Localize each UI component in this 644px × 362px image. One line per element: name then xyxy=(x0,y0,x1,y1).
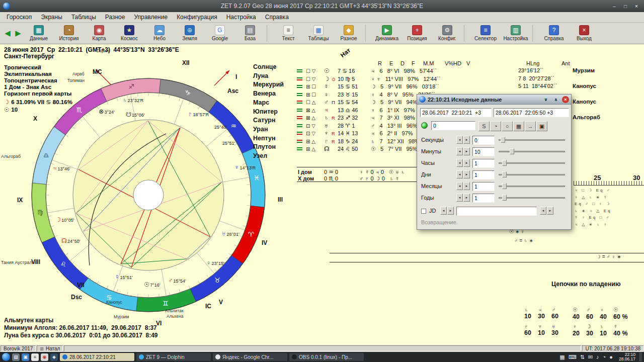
dialog-rollup-button[interactable]: ∧ xyxy=(552,96,560,103)
slider-track-Часы[interactable] xyxy=(499,162,565,164)
menu-item-Экраны[interactable]: Экраны xyxy=(36,13,66,22)
slider-thumb-Дни[interactable] xyxy=(502,171,507,177)
nav-back-button[interactable]: ◀ xyxy=(3,25,13,41)
menu-item-Разное[interactable]: Разное xyxy=(101,13,130,22)
task-button[interactable]: Яндекс - Google Chr... xyxy=(213,353,287,361)
slider-track-Секунды[interactable] xyxy=(499,139,565,141)
spin-up-Годы[interactable]: ► xyxy=(463,194,470,202)
spin-up-Часы[interactable]: ► xyxy=(463,159,470,167)
table-row-☽[interactable]: ☐ ▽☽⊙10 ♍ 5♀ ♆ 11° VIII 97% 12'44``7 8 2… xyxy=(297,75,644,83)
spinner-value-Секунды[interactable]: 0 xyxy=(472,136,495,145)
toolbar-button-settings[interactable]: ▥Настройка xyxy=(501,25,531,41)
task-button[interactable]: ZET 9 — Dolphin xyxy=(136,353,211,361)
save-button[interactable]: ▣ xyxy=(536,121,547,131)
clock-tray-icon[interactable]: ◔ xyxy=(603,354,606,360)
toolbar-button-google[interactable]: GGoogle xyxy=(205,25,235,41)
speed-button[interactable]: S xyxy=(478,121,490,131)
spin-down-Месяцы[interactable]: ◄ xyxy=(456,182,463,190)
step-value-field[interactable]: 0 xyxy=(431,121,475,130)
toolbar-button-selector[interactable]: ≡Селектор xyxy=(470,25,501,41)
table-row-☿[interactable]: ⊞ ☐☿15 ♋ 51☽ 5 9° VII 96% 03'18``5 11 18… xyxy=(297,83,644,90)
toolbar-button-sky[interactable]: ☁Небо xyxy=(144,25,175,41)
spin-up-Месяцы[interactable]: ► xyxy=(463,182,470,190)
toolbar-button-text[interactable]: ≡Текст xyxy=(273,25,303,41)
volume-tray-icon[interactable]: ♪ xyxy=(596,354,599,360)
date-time-field-2[interactable]: 28.06.2017 22:05:50 +3 xyxy=(494,108,569,117)
slider-track-Минуты[interactable] xyxy=(499,151,565,152)
menu-item-Конфигурация[interactable]: Конфигурация xyxy=(172,13,222,22)
slider-thumb-Минуты[interactable] xyxy=(510,148,514,154)
files-icon[interactable]: ▣ xyxy=(22,353,29,361)
spin-down-Секунды[interactable]: ◄ xyxy=(456,136,463,144)
toolbar-button-chart[interactable]: ◉Карта xyxy=(84,25,114,41)
toolbar-button-position[interactable]: +Позиция xyxy=(402,25,432,41)
toolbar-button-history[interactable]: ◔История xyxy=(54,25,84,41)
spin-up-Минуты[interactable]: ► xyxy=(463,147,470,155)
toolbar-button-data[interactable]: ▦Данные xyxy=(24,25,54,41)
status-mode[interactable]: ▥Натал xyxy=(37,345,63,351)
spin-up-Дни[interactable]: ► xyxy=(463,170,470,178)
task-button[interactable]: 28.06.2017 22:10:21 xyxy=(60,353,134,361)
menu-item-Настройка[interactable]: Настройка xyxy=(222,13,261,22)
slider-track-Месяцы[interactable] xyxy=(499,186,565,187)
jd-spin-up[interactable]: ► xyxy=(447,207,454,215)
toolbar-button-tables[interactable]: ▦Таблицы xyxy=(303,25,334,41)
maximize-button[interactable]: □ xyxy=(621,2,630,10)
menu-item-Гороскоп[interactable]: Гороскоп xyxy=(2,13,36,22)
task-button[interactable]: OBS 0.0.1 (linux) - Пр... xyxy=(289,353,364,361)
media-icon[interactable]: ◈ xyxy=(50,353,58,361)
menu-item-Управление[interactable]: Управление xyxy=(129,13,172,22)
spinner-value-Дни[interactable]: 1 xyxy=(472,170,495,179)
taskbar-clock[interactable]: 22:10 28.06.17 xyxy=(619,352,635,361)
calendar-button[interactable]: ▦ xyxy=(513,121,524,131)
dialog-dropdown-button[interactable]: ∨ xyxy=(542,96,550,103)
toolbar-button-help[interactable]: ?Справка xyxy=(539,25,569,41)
toolbar-button-cosmos[interactable]: ★Космос xyxy=(114,25,144,41)
spin-down-Часы[interactable]: ◄ xyxy=(456,159,463,167)
dialog-close-button[interactable]: × xyxy=(562,96,569,103)
toolbar-button-base[interactable]: ▤База xyxy=(235,25,265,41)
slider-track-Годы[interactable] xyxy=(499,197,565,199)
jd-spin-right[interactable]: ► xyxy=(547,207,553,215)
spinner-value-Годы[interactable]: 1 xyxy=(472,194,495,203)
toolbar-button-earth[interactable]: ⊕Земля xyxy=(175,25,205,41)
zodiac-wheel[interactable]: ♑♒♓♈♉♊♋♌♍♎♏♐XIIIAscIIIIVVICVIVIIDscVIIII… xyxy=(14,48,286,340)
table-row-☉[interactable]: ☐ ▽☉7 ♋ 16♃ 6 8° VI 98% 57'44``23°16'12`… xyxy=(297,67,644,75)
spin-up-Секунды[interactable]: ► xyxy=(463,136,470,144)
menu-item-Таблицы[interactable]: Таблицы xyxy=(67,13,101,22)
toolbar-button-misc[interactable]: ◆Разное xyxy=(334,25,364,41)
jd-spin-left[interactable]: ◄ xyxy=(540,207,546,215)
browser-icon[interactable]: ◉ xyxy=(41,353,48,361)
jd-checkbox[interactable] xyxy=(421,209,426,214)
status-tray-icon[interactable]: ● xyxy=(609,354,613,360)
slider-track-Дни[interactable] xyxy=(499,174,565,175)
editor-icon[interactable]: ≡ xyxy=(31,353,39,361)
mail-tray-icon[interactable]: ✉ xyxy=(588,354,593,360)
spin-down-Дни[interactable]: ◄ xyxy=(456,170,463,178)
minimize-button[interactable]: – xyxy=(610,2,619,10)
jd-spin-down[interactable]: ◄ xyxy=(440,207,447,215)
spinner-value-Месяцы[interactable]: 1 xyxy=(472,182,495,191)
keyboard-tray-icon[interactable]: ⌨ xyxy=(569,354,577,360)
close-button[interactable]: × xyxy=(632,2,641,10)
pager-icon[interactable]: ▤ xyxy=(12,353,20,361)
slider-thumb-Секунды[interactable] xyxy=(501,137,505,143)
spinner-value-Минуты[interactable]: 10 xyxy=(472,147,495,156)
date-time-field-1[interactable]: 28.06.2017 22:10:21 +3 xyxy=(420,108,492,117)
updown-tray-icon[interactable]: ⇅ xyxy=(580,354,585,360)
start-menu-button[interactable] xyxy=(2,353,10,361)
spin-down-Минуты[interactable]: ◄ xyxy=(456,147,463,155)
jd-value-field[interactable] xyxy=(456,207,537,216)
slider-thumb-Месяцы[interactable] xyxy=(502,183,507,189)
clock-button[interactable]: ◔ xyxy=(490,121,501,131)
toolbar-button-dynamics[interactable]: ▶Динамика xyxy=(372,25,402,41)
slider-thumb-Часы[interactable] xyxy=(502,160,507,166)
menu-item-Справка[interactable]: Справка xyxy=(261,13,293,22)
grid-tray-icon[interactable]: ▦ xyxy=(559,354,565,360)
toolbar-button-config[interactable]: ⚙Конфиг. xyxy=(432,25,462,41)
toolbar-button-exit[interactable]: ×Выход xyxy=(569,25,599,41)
spin-down-Годы[interactable]: ◄ xyxy=(456,194,463,202)
slider-thumb-Годы[interactable] xyxy=(502,195,507,201)
show-desktop-button[interactable] xyxy=(639,352,642,361)
cycle-button[interactable]: ○ xyxy=(502,121,513,131)
